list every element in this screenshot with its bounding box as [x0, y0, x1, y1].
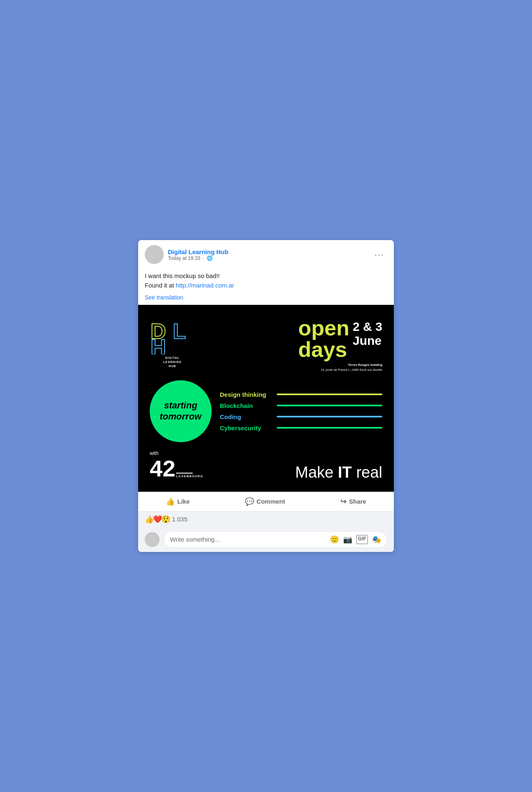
post-header: Digital Learning Hub Today at 19:33 · 🌐 … — [138, 240, 394, 269]
more-options-button[interactable]: ··· — [371, 248, 387, 261]
topics-list: Design thinking Blockchain Coding Cybers… — [220, 391, 382, 431]
topic-coding: Coding — [220, 413, 273, 420]
camera-icon[interactable]: 📷 — [343, 535, 352, 544]
logo-42: 42 LUXEMBOURG — [150, 457, 203, 480]
topic-bar-design — [277, 394, 382, 395]
post-link[interactable]: http://marinad.com.ar — [176, 282, 234, 289]
comment-button[interactable]: 💬 Comment — [237, 494, 293, 509]
topic-design-thinking: Design thinking — [220, 391, 273, 398]
dlh-text-label: DIGITALLEARNINGHUB — [163, 356, 182, 368]
event-graphic: D L H DIGITALLEARNINGHUB open days — [138, 305, 394, 492]
tagline: Make IT real — [295, 464, 382, 480]
venue-text: Terres Rouges building 14, porte de Fran… — [320, 363, 382, 372]
topic-row: Cybersecurity — [220, 424, 382, 431]
heart-reaction: ❤️ — [153, 515, 162, 524]
gif-icon[interactable]: GIF — [356, 535, 368, 544]
dlh-logo-svg: D L H — [150, 317, 195, 354]
reaction-count: 1.035 — [172, 516, 188, 523]
graphic-bottom: with 42 LUXEMBOURG Make IT real — [150, 450, 382, 480]
emoji-icon[interactable]: 🙂 — [330, 535, 339, 544]
svg-text:H: H — [151, 335, 166, 354]
topic-bar-cybersecurity — [277, 427, 382, 429]
logo-42-sub: LUXEMBOURG — [176, 473, 203, 478]
svg-text:L: L — [173, 319, 186, 343]
topic-bar-coding — [277, 416, 382, 417]
like-icon: 👍 — [166, 497, 175, 506]
logo-42-divider — [176, 473, 193, 474]
commenter-avatar — [145, 532, 160, 547]
comment-area: Write something... 🙂 📷 GIF 🎭 — [138, 527, 394, 552]
sticker-icon[interactable]: 🎭 — [372, 535, 381, 544]
graphic-middle: starting tomorrow Design thinking Blockc… — [150, 380, 382, 442]
reactions-bar: 👍 ❤️ 😲 1.035 — [138, 512, 394, 527]
like-reaction: 👍 — [145, 515, 154, 524]
date-numbers: 2 & 3 — [353, 320, 382, 334]
starting-tomorrow-circle: starting tomorrow — [150, 380, 212, 442]
event-image: D L H DIGITALLEARNINGHUB open days — [138, 305, 394, 492]
reaction-icons: 👍 ❤️ 😲 — [145, 515, 169, 524]
topic-bar-blockchain — [277, 405, 382, 406]
post-time: Today at 19:33 · 🌐 — [168, 255, 228, 261]
globe-icon: 🌐 — [207, 255, 213, 261]
like-button[interactable]: 👍 Like — [158, 494, 198, 509]
post-text: I want this mockup so bad!! Found it at … — [138, 269, 394, 294]
june-text: June — [353, 334, 382, 347]
topic-row: Coding — [220, 413, 382, 420]
starting-tomorrow-text: starting tomorrow — [160, 400, 201, 422]
comment-placeholder: Write something... — [170, 536, 220, 543]
graphic-top: D L H DIGITALLEARNINGHUB open days — [150, 317, 382, 372]
logo-42-number: 42 — [150, 457, 175, 480]
topic-row: Blockchain — [220, 402, 382, 409]
topic-row: Design thinking — [220, 391, 382, 398]
see-translation-link[interactable]: See translation — [138, 294, 394, 305]
action-bar: 👍 Like 💬 Comment ↪ Share — [138, 492, 394, 512]
topic-blockchain: Blockchain — [220, 402, 273, 409]
avatar — [145, 245, 164, 264]
logo-42-luxembourg: LUXEMBOURG — [176, 475, 203, 478]
share-icon: ↪ — [340, 497, 346, 506]
comment-icon: 💬 — [245, 497, 254, 506]
open-text: open — [298, 317, 349, 339]
with-42-section: with 42 LUXEMBOURG — [150, 450, 203, 480]
post-header-left: Digital Learning Hub Today at 19:33 · 🌐 — [145, 245, 228, 264]
facebook-post-card: Digital Learning Hub Today at 19:33 · 🌐 … — [138, 240, 394, 552]
comment-icons: 🙂 📷 GIF 🎭 — [330, 535, 381, 544]
topic-cybersecurity: Cybersecurity — [220, 424, 273, 431]
post-meta: Digital Learning Hub Today at 19:33 · 🌐 — [168, 248, 228, 261]
wow-reaction: 😲 — [161, 515, 170, 524]
open-days-section: open days 2 & 3 June Terres Rouges build… — [298, 317, 382, 372]
days-text: days — [298, 339, 349, 360]
share-button[interactable]: ↪ Share — [332, 494, 374, 509]
comment-input-wrap[interactable]: Write something... 🙂 📷 GIF 🎭 — [164, 531, 387, 548]
dlh-logo: D L H DIGITALLEARNINGHUB — [150, 317, 195, 368]
page-name[interactable]: Digital Learning Hub — [168, 248, 228, 255]
